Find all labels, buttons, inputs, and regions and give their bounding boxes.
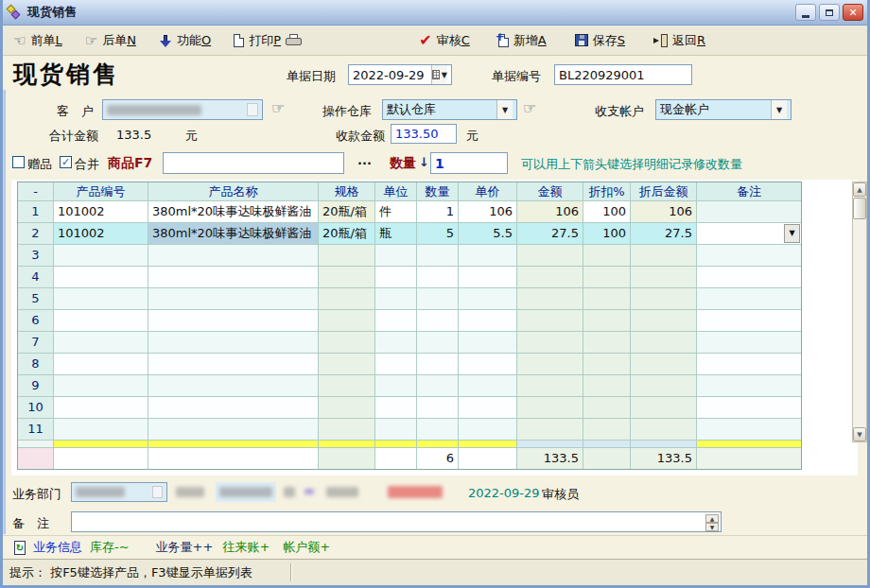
- cell-price[interactable]: [459, 310, 517, 332]
- cell-discount[interactable]: [583, 332, 631, 354]
- cell-spec[interactable]: [319, 375, 375, 397]
- doc-date-combo[interactable]: 2022-09-29 ▼: [348, 64, 452, 85]
- scroll-up-button[interactable]: ▲: [853, 182, 866, 197]
- cell-name[interactable]: [148, 375, 319, 397]
- remark-spinner[interactable]: ▲ ▼: [705, 514, 719, 529]
- cell-no[interactable]: 6: [18, 310, 54, 332]
- spinner-down-icon[interactable]: ▼: [705, 523, 719, 531]
- cell-spec[interactable]: [319, 354, 375, 375]
- cell-remark[interactable]: [697, 288, 801, 310]
- function-button[interactable]: 功能O: [159, 32, 211, 49]
- cell-unit[interactable]: [375, 375, 417, 397]
- cell-no[interactable]: 7: [18, 332, 54, 354]
- cell-price[interactable]: [459, 267, 517, 288]
- cell-qty[interactable]: [417, 397, 459, 419]
- customer-input[interactable]: [102, 99, 263, 120]
- warehouse-lookup-hand-icon[interactable]: ☞: [523, 99, 536, 117]
- close-button[interactable]: ✕: [843, 4, 863, 21]
- cell-remark[interactable]: [697, 310, 801, 332]
- cell-code[interactable]: [54, 245, 148, 267]
- cell-code[interactable]: [54, 267, 148, 288]
- prev-doc-button[interactable]: ☜ 前单L: [13, 32, 62, 49]
- cell-spec[interactable]: [319, 245, 375, 267]
- cell-price[interactable]: [459, 245, 517, 267]
- cell-discount[interactable]: [583, 375, 631, 397]
- customer-clear-button[interactable]: [247, 103, 258, 116]
- cell-spec[interactable]: [319, 397, 375, 419]
- cell-name[interactable]: [148, 397, 319, 419]
- cell-name[interactable]: [148, 332, 319, 354]
- cell-code[interactable]: [54, 419, 148, 441]
- cell-qty[interactable]: [417, 354, 459, 375]
- cell-qty[interactable]: [417, 288, 459, 310]
- warehouse-dropdown-button[interactable]: ▼: [496, 100, 513, 119]
- link-business-info[interactable]: 业务信息: [33, 539, 82, 556]
- merge-checkbox[interactable]: ✓: [60, 156, 72, 168]
- cell-code[interactable]: 101002: [54, 223, 148, 245]
- cell-qty[interactable]: [417, 310, 459, 332]
- print-button[interactable]: 打印P: [234, 32, 302, 49]
- warehouse-combo[interactable]: 默认仓库 ▼: [382, 99, 517, 120]
- cell-no[interactable]: 4: [18, 267, 54, 288]
- cell-spec[interactable]: [319, 288, 375, 310]
- dept-combo[interactable]: [71, 482, 167, 502]
- cell-net[interactable]: 27.5: [631, 223, 697, 245]
- cell-net[interactable]: [631, 419, 697, 441]
- cell-spec[interactable]: 20瓶/箱: [319, 201, 375, 223]
- cell-code[interactable]: [54, 375, 148, 397]
- minimize-button[interactable]: [795, 4, 816, 21]
- cell-price[interactable]: [459, 375, 517, 397]
- cell-remark[interactable]: [697, 375, 801, 397]
- cell-unit[interactable]: [375, 354, 417, 375]
- remark-dropdown-button[interactable]: ▼: [784, 224, 800, 243]
- cell-name[interactable]: [148, 245, 319, 267]
- cell-amount[interactable]: [517, 245, 583, 267]
- save-button[interactable]: 保存S: [575, 32, 625, 49]
- cell-code[interactable]: [54, 288, 148, 310]
- link-stock[interactable]: 库存-~: [90, 539, 130, 556]
- cell-discount[interactable]: [583, 354, 631, 375]
- cell-discount[interactable]: [583, 397, 631, 419]
- cell-spec[interactable]: 20瓶/箱: [319, 223, 375, 245]
- doc-no-input[interactable]: BL220929001: [554, 64, 692, 85]
- cell-qty[interactable]: [417, 245, 459, 267]
- cell-amount[interactable]: [517, 354, 583, 375]
- cell-remark[interactable]: [697, 397, 801, 419]
- product-input[interactable]: [163, 152, 344, 174]
- cell-code[interactable]: [54, 354, 148, 375]
- cell-discount[interactable]: [583, 419, 631, 441]
- cell-qty[interactable]: [417, 419, 459, 441]
- link-business-volume[interactable]: 业务量++: [156, 539, 214, 556]
- cell-price[interactable]: [459, 288, 517, 310]
- cell-unit[interactable]: 件: [375, 201, 417, 223]
- cell-qty[interactable]: [417, 332, 459, 354]
- cell-name[interactable]: [148, 354, 319, 375]
- cell-unit[interactable]: [375, 419, 417, 441]
- cell-name[interactable]: 380ml*20味事达味极鲜酱油: [148, 201, 319, 223]
- cell-amount[interactable]: [517, 288, 583, 310]
- cell-amount[interactable]: 106: [517, 201, 583, 223]
- received-amount-input[interactable]: 133.50: [391, 124, 457, 144]
- cell-qty[interactable]: 1: [417, 201, 459, 223]
- cell-code[interactable]: 101002: [54, 201, 148, 223]
- cell-code[interactable]: [54, 310, 148, 332]
- cell-remark[interactable]: ▼: [697, 223, 801, 245]
- return-button[interactable]: 返回R: [653, 32, 705, 49]
- link-account-balance[interactable]: 帐户额+: [283, 539, 330, 556]
- cell-net[interactable]: [631, 354, 697, 375]
- cell-net[interactable]: [631, 332, 697, 354]
- cell-unit[interactable]: [375, 397, 417, 419]
- cell-name[interactable]: [148, 419, 319, 441]
- cell-discount[interactable]: 100: [583, 201, 631, 223]
- cell-unit[interactable]: [375, 267, 417, 288]
- cell-qty[interactable]: [417, 375, 459, 397]
- calendar-dropdown-button[interactable]: ▼: [431, 65, 447, 84]
- new-button[interactable]: + 新增A: [498, 32, 547, 49]
- cell-name[interactable]: 380ml*20味事达味极鲜酱油: [148, 223, 319, 245]
- cell-amount[interactable]: [517, 267, 583, 288]
- spinner-up-icon[interactable]: ▲: [705, 514, 719, 523]
- next-doc-button[interactable]: ☞ 后单N: [85, 32, 136, 49]
- grid-vertical-scrollbar[interactable]: ▲ ▼: [852, 182, 867, 442]
- cell-no[interactable]: 5: [18, 288, 54, 310]
- link-current-account[interactable]: 往来账+: [222, 539, 270, 556]
